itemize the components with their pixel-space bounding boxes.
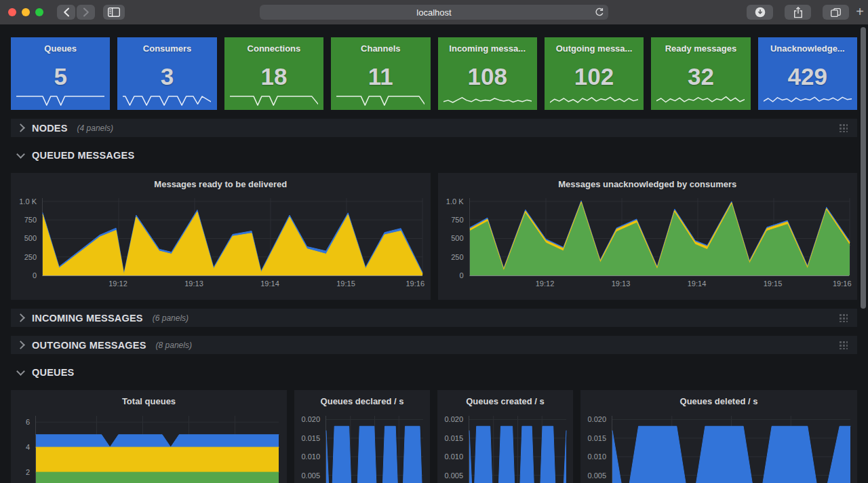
browser-chrome: localhost <box>0 0 868 25</box>
y-axis-tick-label: 250 <box>11 252 37 262</box>
x-axis-tick-label: 19:16 <box>395 279 425 289</box>
chart-plot[interactable] <box>42 198 422 276</box>
stat-title: Incoming messa... <box>449 43 526 54</box>
x-axis-tick-label: 19:15 <box>757 279 789 289</box>
y-axis-tick-label: 0.015 <box>437 433 463 443</box>
stat-panel-consumers[interactable]: Consumers 3 <box>117 37 216 110</box>
stat-panels-row: Queues 5 Consumers 3 Connections 18 Chan… <box>11 37 857 110</box>
chart-plot[interactable] <box>469 416 566 483</box>
y-axis-tick-label: 0.010 <box>437 452 463 461</box>
tabs-icon <box>831 8 841 17</box>
sparkline <box>123 90 211 107</box>
stat-value: 108 <box>467 63 507 90</box>
stat-panel-incoming-messages[interactable]: Incoming messa... 108 <box>438 37 537 110</box>
row-title: QUEUED MESSAGES <box>32 150 134 161</box>
new-tab-button[interactable]: + <box>853 3 867 20</box>
scrollbar-thumb[interactable] <box>861 27 866 309</box>
row-title: NODES <box>32 123 68 134</box>
panel-queues-created[interactable]: Queues created / s 0.0050.0100.0150.020 <box>437 390 573 483</box>
reload-button[interactable] <box>595 7 604 17</box>
chart-plot[interactable] <box>469 198 850 276</box>
stat-panel-unacknowledged[interactable]: Unacknowledge... 429 <box>758 37 857 110</box>
panel-total-queues[interactable]: Total queues 246 <box>11 390 287 483</box>
url-text: localhost <box>416 7 451 18</box>
chevron-left-icon <box>63 7 70 17</box>
row-nodes[interactable]: NODES (4 panels) <box>11 119 857 137</box>
panel-title[interactable]: Queues created / s <box>437 390 573 406</box>
row-queued-messages[interactable]: QUEUED MESSAGES <box>11 146 857 164</box>
queues-charts: Total queues 246 Queues declared / s 0.0… <box>11 390 857 483</box>
x-axis-tick-label: 19:12 <box>102 279 134 289</box>
sparkline <box>230 90 318 107</box>
downloads-button[interactable] <box>747 5 773 20</box>
reload-icon <box>595 7 604 17</box>
chevron-down-icon <box>16 150 25 159</box>
y-axis-tick-label: 0 <box>11 271 37 280</box>
panel-title[interactable]: Queues declared / s <box>294 390 430 406</box>
row-title: QUEUES <box>32 367 74 378</box>
row-title: OUTGOING MESSAGES <box>32 340 146 351</box>
panel-queues-declared[interactable]: Queues declared / s 0.0050.0100.0150.020 <box>294 390 430 483</box>
stat-value: 32 <box>688 63 714 90</box>
stat-panel-outgoing-messages[interactable]: Outgoing messa... 102 <box>545 37 644 110</box>
drag-handle-icon[interactable] <box>839 313 848 322</box>
share-icon <box>793 7 803 18</box>
y-axis-tick-label: 0.015 <box>294 433 320 443</box>
row-outgoing-messages[interactable]: OUTGOING MESSAGES (8 panels) <box>11 336 857 354</box>
queued-messages-charts: Messages ready to be delivered 025050075… <box>11 173 857 300</box>
tab-overview-button[interactable] <box>823 5 849 20</box>
panel-title[interactable]: Total queues <box>11 390 287 406</box>
sparkline <box>443 90 532 107</box>
row-incoming-messages[interactable]: INCOMING MESSAGES (6 panels) <box>11 309 857 327</box>
panel-title[interactable]: Messages unacknowledged by consumers <box>438 173 858 189</box>
stat-title: Consumers <box>143 43 192 54</box>
y-axis-tick-label: 4 <box>11 442 30 452</box>
stat-value: 5 <box>54 63 66 90</box>
zoom-window-button[interactable] <box>35 8 43 16</box>
chevron-right-icon <box>16 313 25 322</box>
y-axis-tick-label: 1.0 K <box>438 197 464 206</box>
x-axis-tick-label: 19:16 <box>822 279 852 289</box>
stat-panel-channels[interactable]: Channels 11 <box>331 37 430 110</box>
drag-handle-icon[interactable] <box>839 341 848 349</box>
x-axis-tick-label: 19:13 <box>178 279 210 289</box>
drag-handle-icon[interactable] <box>839 123 848 132</box>
y-axis-tick-label: 1.0 K <box>11 197 37 206</box>
chart-plot[interactable] <box>612 416 850 483</box>
y-axis-tick-label: 0.010 <box>580 452 606 461</box>
chart-plot[interactable] <box>35 416 279 483</box>
panel-messages-ready[interactable]: Messages ready to be delivered 025050075… <box>11 173 431 300</box>
forward-button[interactable] <box>77 5 95 20</box>
stat-title: Outgoing messa... <box>556 43 633 54</box>
address-bar[interactable]: localhost <box>260 5 608 20</box>
chevron-down-icon <box>16 367 25 376</box>
sparkline <box>16 90 104 107</box>
sidebar-toggle-button[interactable] <box>103 5 125 20</box>
row-queues[interactable]: QUEUES <box>11 363 857 381</box>
stat-value: 18 <box>260 63 287 90</box>
stat-panel-queues[interactable]: Queues 5 <box>11 37 110 110</box>
y-axis-tick-label: 0.010 <box>294 452 320 461</box>
x-axis-tick-label: 19:14 <box>254 279 286 289</box>
panel-title[interactable]: Queues deleted / s <box>580 390 857 406</box>
share-button[interactable] <box>785 5 811 20</box>
stat-value: 3 <box>161 63 174 90</box>
panel-queues-deleted[interactable]: Queues deleted / s 0.0050.0100.0150.020 <box>580 390 857 483</box>
stat-panel-connections[interactable]: Connections 18 <box>224 37 323 110</box>
sidebar-icon <box>108 7 120 17</box>
back-button[interactable] <box>57 5 75 20</box>
close-window-button[interactable] <box>8 8 16 16</box>
y-axis-tick-label: 0.020 <box>437 414 463 424</box>
y-axis-tick-label: 500 <box>438 233 464 243</box>
y-axis-tick-label: 0 <box>438 271 464 280</box>
stat-panel-ready-messages[interactable]: Ready messages 32 <box>651 37 750 110</box>
stat-title: Connections <box>248 43 301 54</box>
panel-title[interactable]: Messages ready to be delivered <box>11 173 431 189</box>
minimize-window-button[interactable] <box>22 8 30 16</box>
chart-plot[interactable] <box>326 416 423 483</box>
panel-messages-unacknowledged[interactable]: Messages unacknowledged by consumers 025… <box>438 173 858 300</box>
chevron-right-icon <box>83 7 90 17</box>
stat-value: 11 <box>368 63 393 90</box>
y-axis-tick-label: 750 <box>438 215 464 225</box>
y-axis-tick-label: 250 <box>438 252 464 262</box>
